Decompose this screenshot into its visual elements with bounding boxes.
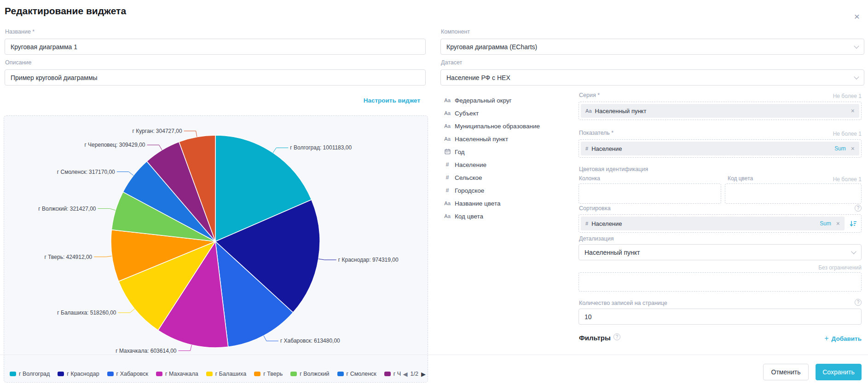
legend-item[interactable]: г Волжский: [290, 371, 329, 377]
number-field-icon: #: [442, 187, 452, 194]
legend-item[interactable]: г Смоленск: [337, 371, 376, 377]
footer-divider: [0, 355, 868, 355]
series-dropzone[interactable]: Аа Населенный пункт ×: [579, 102, 862, 120]
legend-next-icon[interactable]: ▶: [421, 371, 426, 378]
add-filter-button[interactable]: + Добавить: [824, 334, 862, 343]
legend-label: г Краснодар: [67, 371, 99, 377]
field-item-string[interactable]: АаФедеральный округ: [442, 94, 512, 106]
pie-label-line: [273, 148, 288, 153]
sorting-chip-label: Население: [591, 220, 816, 227]
legend-prev-icon[interactable]: ◀: [403, 371, 408, 378]
component-select[interactable]: Круговая диаграмма (ECharts): [440, 39, 864, 55]
measure-limit: Не более 1: [770, 131, 862, 137]
sort-direction-icon[interactable]: [847, 217, 859, 230]
help-icon[interactable]: ?: [855, 205, 862, 212]
pie-label: г Волгоград: 1001183,00: [290, 144, 352, 151]
measure-dropzone[interactable]: # Население Sum ×: [579, 139, 862, 158]
legend-item[interactable]: г Балашиха: [206, 371, 247, 377]
pie-label-line: [179, 345, 192, 351]
legend-swatch: [156, 372, 162, 376]
field-name: Сельское: [455, 174, 482, 181]
pie-label-line: [264, 336, 278, 341]
name-input[interactable]: [5, 39, 426, 55]
pie-label-line: [147, 145, 162, 150]
pie-label-line: [98, 209, 116, 211]
field-name: Население: [455, 161, 486, 168]
description-label: Описание: [5, 59, 32, 66]
remove-icon[interactable]: ×: [834, 220, 840, 227]
legend-label: г Махачкала: [165, 371, 198, 377]
measure-label: Показатель *: [579, 130, 613, 136]
legend-item[interactable]: г Махачкала: [156, 371, 198, 377]
legend-label: г Волжский: [300, 371, 329, 377]
detail-select[interactable]: Населенный пункт: [579, 244, 862, 260]
field-item-string[interactable]: АаНазвание цвета: [442, 197, 500, 209]
help-icon[interactable]: ?: [613, 333, 620, 340]
legend-swatch: [337, 372, 344, 376]
detail-label: Детализация: [579, 235, 613, 242]
field-item-string[interactable]: АаСубъект: [442, 107, 479, 119]
limit-dropzone[interactable]: [579, 272, 862, 292]
pie-label-line: [94, 256, 112, 257]
legend-swatch: [107, 372, 114, 376]
legend-item[interactable]: г Хабаровск: [107, 371, 148, 377]
description-input[interactable]: [5, 69, 426, 86]
field-name: Федеральный округ: [455, 97, 512, 104]
field-item-string[interactable]: АаМуниципальное образование: [442, 120, 540, 132]
pie-label-line: [184, 131, 197, 137]
close-icon[interactable]: ×: [851, 10, 863, 23]
chevron-down-icon: [854, 74, 859, 79]
configure-widget-link[interactable]: Настроить виджет: [364, 97, 420, 104]
legend-item[interactable]: г Волгоград: [10, 371, 50, 377]
legend-pager: ◀ 1/2 ▶: [401, 368, 426, 379]
sorting-chip[interactable]: # Население Sum ×: [581, 217, 845, 230]
pie-label: г Волжский: 321427,00: [38, 206, 96, 212]
chevron-down-icon: [851, 249, 856, 254]
number-field-icon: #: [585, 146, 588, 151]
legend-swatch: [290, 372, 297, 376]
legend-swatch: [58, 372, 64, 376]
string-field-icon: Аа: [442, 110, 452, 116]
remove-icon[interactable]: ×: [849, 145, 855, 152]
page-size-input[interactable]: [579, 309, 862, 325]
string-field-icon: Аа: [442, 97, 452, 103]
series-chip-label: Населенный пункт: [595, 108, 846, 115]
field-name: Код цвета: [455, 213, 483, 220]
help-icon[interactable]: ?: [855, 299, 862, 306]
legend-label: г Хабаровск: [116, 371, 148, 377]
legend-item[interactable]: г Тверь: [254, 371, 283, 377]
field-item-string[interactable]: АаКод цвета: [442, 210, 483, 222]
measure-chip[interactable]: # Население Sum ×: [581, 142, 859, 155]
color-ident-label: Цветовая идентификация: [579, 166, 648, 172]
legend-label: г Смоленск: [347, 371, 376, 377]
sorting-dropzone[interactable]: # Население Sum ×: [579, 214, 862, 233]
aggregation-badge[interactable]: Sum: [820, 220, 831, 227]
aggregation-badge[interactable]: Sum: [834, 145, 846, 152]
field-item-number[interactable]: #Население: [442, 159, 486, 171]
number-field-icon: #: [585, 221, 588, 226]
field-item-string[interactable]: АаНаселенный пункт: [442, 133, 508, 145]
series-chip[interactable]: Аа Населенный пункт ×: [581, 104, 859, 118]
color-ident-column-dropzone[interactable]: [579, 183, 721, 204]
color-ident-code-dropzone[interactable]: [725, 183, 862, 204]
plus-icon: +: [824, 334, 828, 343]
chart-legend: г Волгоградг Краснодарг Хабаровскг Махач…: [10, 368, 414, 379]
color-ident-column-label: Колонка: [579, 175, 600, 182]
dataset-select[interactable]: Население РФ с HEX: [440, 69, 864, 86]
cancel-button[interactable]: Отменить: [763, 364, 809, 380]
field-item-date[interactable]: Год: [442, 146, 465, 158]
sorting-label: Сортировка: [579, 205, 611, 212]
chart-preview-panel: г Волгоград: 1001183,00г Краснодар: 9743…: [4, 115, 428, 383]
legend-item[interactable]: г Краснодар: [58, 371, 99, 377]
field-name: Субъект: [455, 110, 479, 117]
detail-value: Населенный пункт: [584, 249, 640, 256]
remove-icon[interactable]: ×: [849, 107, 855, 115]
dialog-title: Редактирование виджета: [5, 6, 126, 17]
number-field-icon: #: [442, 174, 452, 181]
field-item-number[interactable]: #Городское: [442, 184, 484, 196]
save-button[interactable]: Сохранить: [816, 364, 862, 380]
pie-label: г Краснодар: 974319,00: [338, 257, 399, 263]
field-item-number[interactable]: #Сельское: [442, 172, 482, 183]
pie-label: г Курган: 304727,00: [133, 128, 182, 134]
field-name: Населенный пункт: [455, 136, 508, 143]
